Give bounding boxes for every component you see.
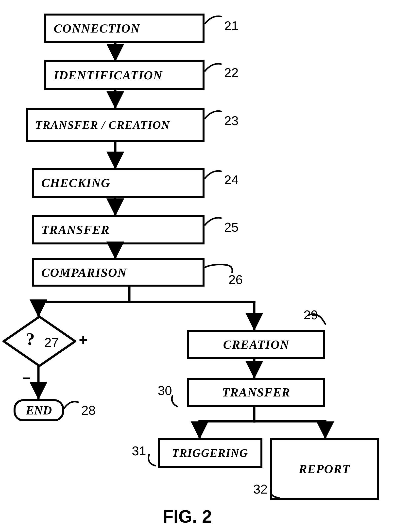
step-label: TRIGGERING [172, 446, 248, 460]
step-label: CREATION [223, 337, 290, 352]
step-label: REPORT [299, 462, 350, 476]
ref-25: 25 [224, 220, 239, 235]
ref-27: 27 [44, 335, 59, 350]
ref-21: 21 [224, 18, 239, 33]
ref-28: 28 [81, 403, 96, 418]
step-transfer: TRANSFER [32, 215, 205, 244]
step-label: TRANSFER [41, 223, 110, 237]
ref-22: 22 [224, 65, 239, 80]
step-creation: CREATION [187, 330, 325, 359]
step-label: CHECKING [41, 176, 110, 190]
step-identification: IDENTIFICATION [44, 60, 205, 90]
decision-minus: − [22, 370, 31, 387]
step-transfer-creation: TRANSFER / CREATION [26, 108, 205, 142]
ref-24: 24 [224, 172, 239, 187]
ref-31: 31 [132, 444, 146, 458]
svg-marker-15 [4, 317, 75, 366]
decision-plus: + [79, 331, 87, 348]
step-checking: CHECKING [32, 168, 205, 198]
figure-label: FIG. 2 [163, 506, 212, 527]
step-triggering: TRIGGERING [158, 438, 262, 468]
step-transfer-2: TRANSFER [187, 378, 325, 407]
decision-question-icon: ? [26, 329, 35, 349]
step-connection: CONNECTION [44, 14, 205, 43]
step-label: CONNECTION [54, 21, 140, 35]
ref-23: 23 [224, 113, 239, 128]
terminal-label: END [26, 403, 52, 417]
terminal-end: END [14, 399, 64, 421]
step-report: REPORT [270, 438, 379, 500]
step-comparison: COMPARISON [32, 258, 205, 287]
ref-30: 30 [158, 383, 172, 398]
ref-26: 26 [228, 272, 243, 287]
step-label: TRANSFER [222, 385, 290, 399]
step-label: TRANSFER / CREATION [35, 119, 170, 132]
ref-29: 29 [304, 308, 318, 322]
ref-32: 32 [253, 482, 268, 497]
step-label: IDENTIFICATION [54, 68, 163, 82]
step-label: COMPARISON [41, 265, 127, 280]
flowchart-canvas: CONNECTION 21 IDENTIFICATION 22 TRANSFER… [0, 0, 394, 532]
